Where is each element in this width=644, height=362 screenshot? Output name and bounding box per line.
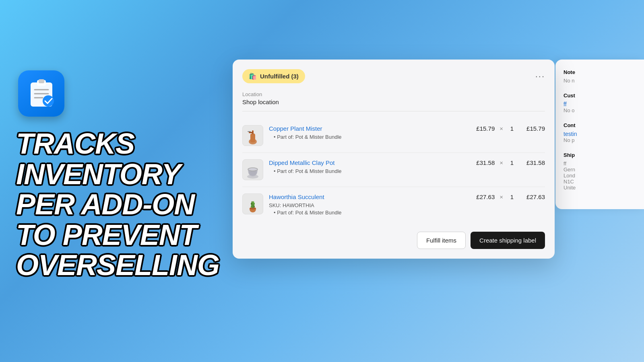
location-section: Location Shop location xyxy=(242,91,545,111)
order-card: 🛍️ Unfulfilled (3) ··· Location Shop loc… xyxy=(233,60,555,259)
shipping-line3: Lond xyxy=(564,173,636,179)
create-shipping-label-button[interactable]: Create shipping label xyxy=(471,232,545,249)
shipping-line2: Gern xyxy=(564,167,636,173)
item-qty-1: 1 xyxy=(508,125,516,132)
item-name-1[interactable]: Copper Plant Mister xyxy=(269,125,465,132)
item-image-3 xyxy=(242,193,263,214)
item-sku-3: SKU: HAWORTHIA xyxy=(269,202,465,208)
contact-title: Cont xyxy=(564,122,636,128)
svg-rect-10 xyxy=(249,132,253,133)
item-total-1: £15.79 xyxy=(521,125,545,132)
card-header: 🛍️ Unfulfilled (3) ··· xyxy=(242,69,545,83)
customer-link[interactable]: ff xyxy=(564,101,636,107)
shipping-line5: Unite xyxy=(564,185,636,191)
action-buttons: Fulfill items Create shipping label xyxy=(242,230,545,249)
shipping-line1: ff xyxy=(564,160,636,167)
app-icon xyxy=(18,70,64,117)
clipboard-icon xyxy=(27,78,56,109)
contact-sub: No p xyxy=(564,137,636,143)
item-bundle-1: Part of: Pot & Mister Bundle xyxy=(269,134,465,140)
hero-line-2: INVENTORY xyxy=(16,158,180,190)
item-pricing-2: £31.58 × 1 £31.58 xyxy=(471,159,545,166)
item-unit-price-3: £27.63 xyxy=(471,193,495,200)
fulfill-items-button[interactable]: Fulfill items xyxy=(417,232,466,249)
svg-point-20 xyxy=(252,204,254,208)
hero-line-4: TO PREVENT xyxy=(16,219,197,251)
location-value: Shop location xyxy=(242,99,545,105)
notes-value: No n xyxy=(564,78,636,84)
notes-section: Note No n xyxy=(564,69,636,84)
item-details-2: Dipped Metallic Clay Pot Part of: Pot & … xyxy=(269,159,465,174)
contact-link[interactable]: testin xyxy=(564,131,636,137)
item-image-1 xyxy=(242,125,263,146)
item-x-3: × xyxy=(500,193,503,200)
item-x-1: × xyxy=(500,125,503,132)
item-bundle-3: Part of: Pot & Mister Bundle xyxy=(269,210,465,216)
more-options-button[interactable]: ··· xyxy=(535,71,545,82)
notes-title: Note xyxy=(564,69,636,75)
table-row: Copper Plant Mister Part of: Pot & Miste… xyxy=(242,119,545,153)
item-name-3[interactable]: Haworthia Succulent xyxy=(269,193,465,200)
item-name-2[interactable]: Dipped Metallic Clay Pot xyxy=(269,159,465,166)
item-qty-2: 1 xyxy=(508,159,516,166)
customer-sub: No o xyxy=(564,107,636,113)
shipping-section: Ship ff Gern Lond N1C Unite xyxy=(564,152,636,191)
item-image-2 xyxy=(242,159,263,180)
customer-section: Cust ff No o xyxy=(564,93,636,113)
unfulfilled-badge: 🛍️ Unfulfilled (3) xyxy=(242,69,305,83)
order-items-list: Copper Plant Mister Part of: Pot & Miste… xyxy=(242,119,545,222)
item-pricing-1: £15.79 × 1 £15.79 xyxy=(471,125,545,132)
shipping-title: Ship xyxy=(564,152,636,158)
item-details-1: Copper Plant Mister Part of: Pot & Miste… xyxy=(269,125,465,140)
right-panel: Note No n Cust ff No o Cont testin No p … xyxy=(555,60,644,209)
customer-title: Cust xyxy=(564,93,636,99)
table-row: Dipped Metallic Clay Pot Part of: Pot & … xyxy=(242,153,545,187)
hero-text-block: TRACKS INVENTORY PER ADD-ON TO PREVENT O… xyxy=(16,129,225,281)
location-label: Location xyxy=(242,91,545,97)
item-unit-price-1: £15.79 xyxy=(471,125,495,132)
shipping-line4: N1C xyxy=(564,179,636,185)
item-bundle-2: Part of: Pot & Mister Bundle xyxy=(269,168,465,174)
item-pricing-3: £27.63 × 1 £27.63 xyxy=(471,193,545,200)
svg-point-6 xyxy=(43,95,54,107)
item-x-2: × xyxy=(500,159,503,166)
item-details-3: Haworthia Succulent SKU: HAWORTHIA Part … xyxy=(269,193,465,216)
badge-emoji: 🛍️ xyxy=(249,72,257,80)
item-total-3: £27.63 xyxy=(521,193,545,200)
hero-line-5: OVERSELLING xyxy=(16,249,219,281)
hero-line-3: PER ADD-ON xyxy=(16,188,194,220)
item-unit-price-2: £31.58 xyxy=(471,159,495,166)
table-row: Haworthia Succulent SKU: HAWORTHIA Part … xyxy=(242,187,545,222)
svg-rect-2 xyxy=(39,79,44,83)
svg-rect-8 xyxy=(250,134,255,142)
contact-section: Cont testin No p xyxy=(564,122,636,143)
svg-rect-11 xyxy=(248,131,251,132)
badge-label: Unfulfilled (3) xyxy=(260,73,299,80)
hero-line-1: TRACKS xyxy=(16,128,134,160)
item-total-2: £31.58 xyxy=(521,159,545,166)
item-qty-3: 1 xyxy=(508,193,516,200)
